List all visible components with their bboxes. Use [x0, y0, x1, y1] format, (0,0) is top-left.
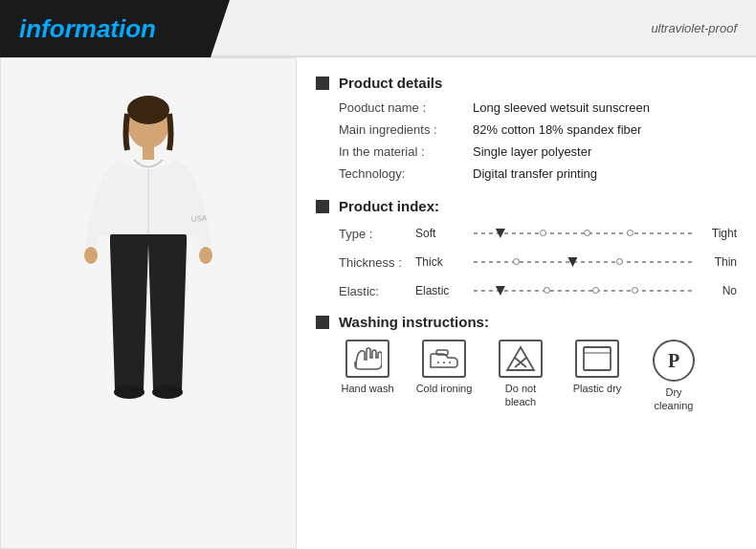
handwash-box: [345, 340, 389, 378]
value-material: Single layer polyester: [473, 144, 591, 159]
svg-point-5: [199, 247, 212, 264]
detail-row-material: In the material : Single layer polyester: [339, 144, 737, 159]
product-index-heading: Product index:: [316, 198, 737, 214]
slider-thickness: [474, 253, 693, 272]
index-soft-label: Soft: [415, 227, 468, 240]
dry-clean-label: Dry cleaning: [645, 385, 702, 413]
index-label-type: Type :: [339, 227, 415, 241]
page-title: information: [19, 14, 156, 44]
plastic-dry-label: Plastic dry: [573, 382, 622, 395]
label-technology: Technology:: [339, 166, 473, 181]
svg-point-7: [114, 385, 145, 399]
cold-iron-label: Cold ironing: [416, 382, 473, 395]
index-tight-label: Tight: [699, 227, 737, 240]
header-right: ultraviolet-proof: [211, 0, 756, 57]
product-details-title: Product details: [339, 75, 442, 91]
label-product-name: Pooduct name :: [339, 100, 473, 115]
svg-rect-2: [143, 145, 154, 160]
wash-icon-handwash: Hand wash: [339, 340, 396, 395]
svg-point-4: [84, 247, 98, 264]
product-index-title: Product index:: [339, 198, 439, 214]
main-content: USA Product details Pooduct name : Long …: [0, 57, 756, 549]
header-title-box: information: [0, 0, 211, 57]
handwash-icon: [353, 346, 382, 371]
slider-dot-2: [584, 230, 590, 236]
slider-arrow-elastic: [496, 286, 505, 296]
svg-point-12: [449, 362, 451, 363]
svg-point-1: [127, 96, 169, 124]
index-label-thickness: Thickness :: [339, 255, 415, 270]
slider-arrow-thickness: [567, 257, 577, 267]
cold-iron-icon: [429, 346, 459, 371]
wash-icon-cold-iron: Cold ironing: [415, 340, 473, 395]
product-image-area: USA: [0, 57, 297, 549]
index-thick-label: Thick: [415, 255, 468, 269]
svg-rect-13: [436, 350, 448, 355]
slider-thick-dot-2: [616, 258, 623, 265]
index-no-label: No: [699, 284, 737, 297]
slider-dot-1: [540, 230, 546, 236]
product-image: USA: [43, 83, 254, 523]
detail-row-technology: Technology: Digital transfer printing: [339, 166, 737, 181]
value-product-name: Long sleeved wetsuit sunscreen: [473, 100, 650, 115]
plastic-dry-box: [575, 340, 619, 378]
slider-arrow-type: [496, 229, 505, 238]
svg-marker-14: [507, 347, 534, 370]
wash-icon-plastic-dry: Plastic dry: [568, 340, 626, 395]
washing-section: Washing instructions: Hand wash: [316, 314, 737, 413]
slider-elastic-dot-1: [544, 287, 550, 294]
label-material: In the material :: [339, 144, 473, 159]
slider-track-thickness: [474, 261, 693, 263]
handwash-label: Hand wash: [341, 382, 393, 395]
no-bleach-label: Do not bleach: [492, 382, 549, 409]
slider-type: [474, 224, 693, 243]
svg-point-10: [437, 362, 439, 363]
section-square-index: [316, 200, 329, 213]
dry-clean-p: P: [668, 350, 679, 372]
slider-thick-dot-1: [513, 258, 520, 265]
dry-clean-circle: P: [653, 340, 695, 382]
product-index-section: Product index: Type : Soft Tight: [316, 198, 737, 300]
svg-point-8: [152, 385, 183, 399]
no-bleach-icon: [505, 345, 536, 372]
info-panel: Product details Pooduct name : Long slee…: [297, 57, 756, 549]
label-ingredients: Main ingredients :: [339, 122, 473, 137]
index-row-thickness: Thickness : Thick Thin: [339, 253, 737, 272]
washing-heading: Washing instructions:: [316, 314, 737, 330]
details-table: Pooduct name : Long sleeved wetsuit suns…: [339, 100, 737, 181]
header-subtitle: ultraviolet-proof: [651, 21, 737, 35]
slider-elastic: [474, 281, 693, 300]
plastic-dry-icon: [582, 345, 612, 372]
index-row-type: Type : Soft Tight: [339, 224, 737, 243]
wash-icon-no-bleach: Do not bleach: [492, 340, 549, 409]
section-square-details: [316, 77, 329, 90]
cold-iron-box: [422, 340, 466, 378]
svg-point-11: [443, 362, 445, 363]
detail-row-name: Pooduct name : Long sleeved wetsuit suns…: [339, 100, 737, 115]
value-technology: Digital transfer printing: [473, 166, 597, 181]
slider-track-type: [474, 232, 693, 234]
svg-text:USA: USA: [190, 214, 208, 224]
page-header: information ultraviolet-proof: [0, 0, 756, 57]
slider-dot-3: [627, 230, 634, 236]
svg-rect-17: [584, 347, 611, 370]
washing-icons-row: Hand wash: [339, 340, 737, 413]
no-bleach-box: [499, 340, 543, 378]
detail-row-ingredients: Main ingredients : 82% cotton 18% spande…: [339, 122, 737, 137]
washing-title: Washing instructions:: [339, 314, 489, 330]
wash-icon-dry-clean: P Dry cleaning: [645, 340, 702, 413]
value-ingredients: 82% cotton 18% spandex fiber: [473, 122, 641, 137]
product-details-heading: Product details: [316, 75, 737, 91]
slider-track-elastic: [474, 290, 693, 292]
index-row-elastic: Elastic: Elastic No: [339, 281, 737, 300]
index-label-elastic: Elastic:: [339, 284, 415, 298]
slider-elastic-dot-2: [592, 287, 599, 294]
section-square-washing: [316, 316, 329, 329]
index-thin-label: Thin: [699, 255, 737, 269]
index-elastic-label: Elastic: [415, 284, 468, 297]
slider-elastic-dot-3: [632, 287, 638, 294]
